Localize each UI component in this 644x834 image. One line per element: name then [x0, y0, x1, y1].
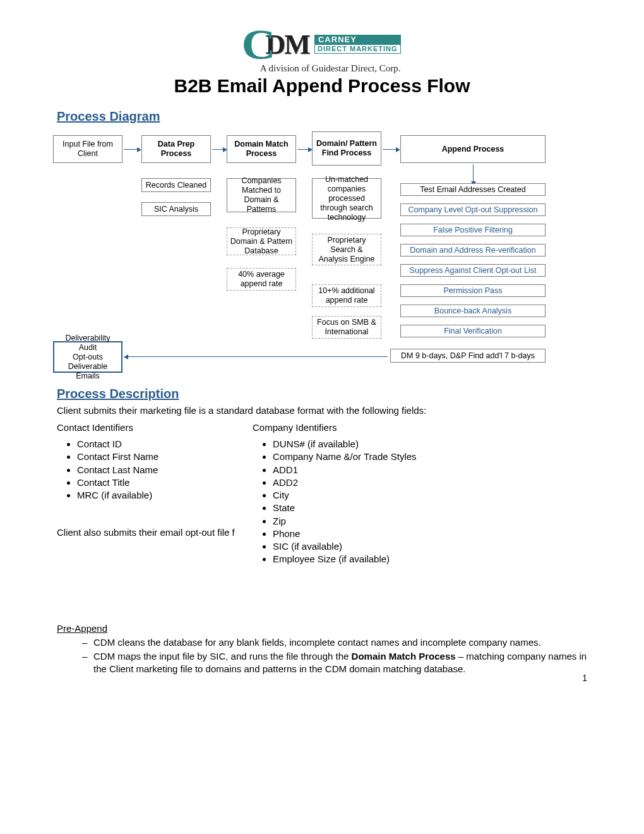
- process-diagram: Input File from Client Data Prep Process…: [53, 128, 558, 380]
- preappend-header: Pre-Append: [57, 623, 587, 634]
- preappend-list: CDM cleans the database for any blank fi…: [82, 636, 587, 676]
- list-item: Contact Last Name: [77, 464, 227, 476]
- box-append: Append Process: [400, 135, 546, 163]
- box-bounce: Bounce-back Analysis: [400, 305, 546, 317]
- box-supp-client: Suppress Against Client Opt-out List: [400, 264, 546, 277]
- list-item: Contact Title: [77, 476, 227, 489]
- list-item: Phone: [273, 528, 417, 540]
- box-domainmatch: Domain Match Process: [227, 135, 296, 163]
- list-item: State: [273, 502, 417, 514]
- box-dataprep: Data Prep Process: [141, 135, 211, 163]
- box-optout-supp: Company Level Opt-out Suppression: [400, 203, 546, 216]
- box-patternfind: Domain/ Pattern Find Process: [312, 131, 381, 166]
- page-title: B2B Email Append Process Flow: [57, 75, 587, 97]
- list-item: Zip: [273, 515, 417, 528]
- box-final-verify: Final Verification: [400, 325, 546, 337]
- box-timeline: DM 9 b-days, D&P Find add'l 7 b-days: [390, 349, 546, 363]
- box-search-engine: Proprietary Search & Analysis Engine: [312, 234, 381, 265]
- list-item: CDM cleans the database for any blank fi…: [82, 636, 587, 649]
- box-40pct: 40% average append rate: [227, 268, 296, 291]
- box-deliverability: Deliverability Audit Opt-outs Deliverabl…: [53, 341, 122, 373]
- box-false-positive: False Positive Filtering: [400, 224, 546, 236]
- company-header: Company Identifiers: [253, 422, 417, 433]
- list-item: MRC (if available): [77, 489, 227, 502]
- list-item: Contact First Name: [77, 450, 227, 463]
- company-list: DUNS# (if available) Company Name &/or T…: [273, 438, 417, 566]
- contact-header: Contact Identifiers: [57, 422, 227, 433]
- list-item: DUNS# (if available): [273, 438, 417, 450]
- logo-direct: DIRECT MARKETING: [314, 44, 401, 54]
- page-number: 1: [582, 673, 587, 683]
- list-item: ADD2: [273, 476, 417, 489]
- list-item: Company Name &/or Trade Styles: [273, 450, 417, 463]
- list-item: Contact ID: [77, 438, 227, 450]
- list-item: Employee Size (if available): [273, 553, 417, 565]
- box-test-email: Test Email Addresses Created: [400, 183, 546, 196]
- optout-line: Client also submits their email opt-out …: [57, 527, 240, 538]
- logo-c-icon: C: [242, 25, 276, 63]
- list-item: CDM maps the input file by SIC, and runs…: [82, 650, 587, 676]
- list-item: ADD1: [273, 464, 417, 476]
- box-records-cleaned: Records Cleaned: [141, 178, 211, 192]
- box-sic: SIC Analysis: [141, 202, 211, 216]
- desc-intro: Client submits their marketing file is a…: [57, 405, 587, 416]
- box-permission: Permission Pass: [400, 284, 546, 297]
- list-item: City: [273, 489, 417, 502]
- contact-list: Contact ID Contact First Name Contact La…: [77, 438, 227, 502]
- box-companies-matched: Companies Matched to Domain & Patterns: [227, 178, 296, 212]
- box-input: Input File from Client: [53, 135, 122, 163]
- section-diagram-header: Process Diagram: [57, 109, 587, 124]
- box-unmatched: Un-matched companies processed through s…: [312, 178, 381, 219]
- logo-block: CDM CARNEY DIRECT MARKETING A division o…: [57, 25, 587, 74]
- section-description-header: Process Description: [57, 387, 587, 401]
- list-item: SIC (if available): [273, 540, 417, 553]
- logo-carney: CARNEY: [314, 35, 401, 44]
- box-reverify: Domain and Address Re-verification: [400, 244, 546, 257]
- box-10pct: 10+% additional append rate: [312, 284, 381, 307]
- box-prop-db: Proprietary Domain & Pattern Database: [227, 227, 296, 255]
- box-smb: Focus on SMB & International: [312, 316, 381, 339]
